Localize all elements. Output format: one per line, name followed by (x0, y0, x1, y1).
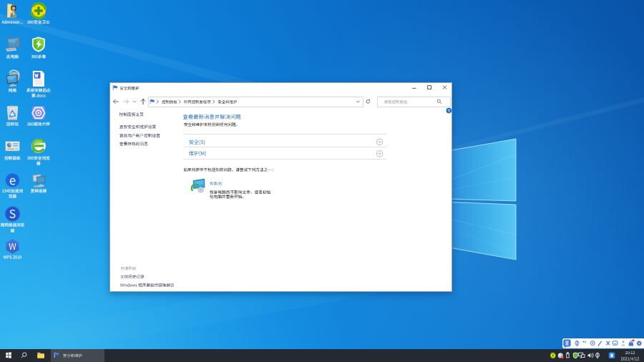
svg-text:?: ? (448, 109, 451, 113)
